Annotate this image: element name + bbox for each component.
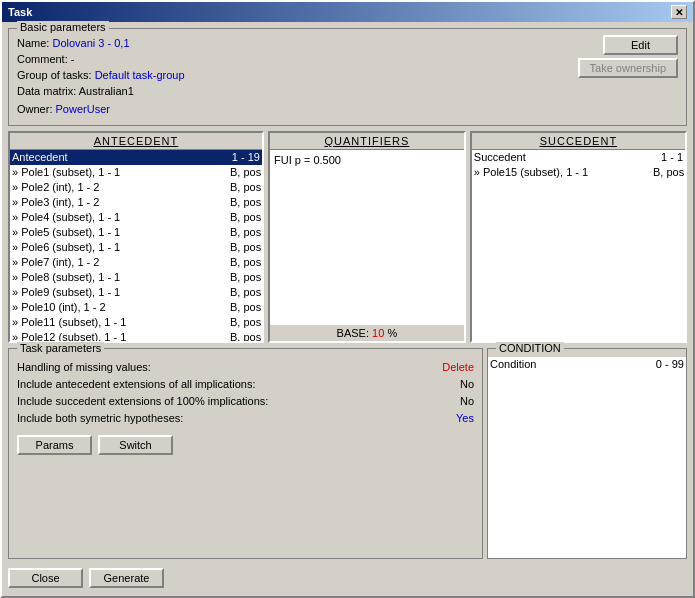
antecedent-label: ANTECEDENT xyxy=(94,135,179,147)
antecedent-list-item[interactable]: Antecedent1 - 19 xyxy=(10,150,262,165)
succedent-list[interactable]: Succedent1 - 1» Pole15 (subset), 1 - 1B,… xyxy=(472,150,685,341)
window-title: Task xyxy=(8,6,32,18)
name-value: Dolovani 3 - 0,1 xyxy=(52,37,129,49)
switch-button[interactable]: Switch xyxy=(98,435,173,455)
generate-button[interactable]: Generate xyxy=(89,568,164,588)
antecedent-list-item[interactable]: » Pole8 (subset), 1 - 1B, pos xyxy=(10,270,262,285)
quantifiers-label: QUANTIFIERS xyxy=(324,135,409,147)
basic-params-left: Name: Dolovani 3 - 0,1 Comment: - Group … xyxy=(17,35,578,117)
matrix-value: Australian1 xyxy=(79,85,134,97)
group-value: Default task-group xyxy=(95,69,185,81)
condition-list[interactable]: Condition0 - 99 xyxy=(488,357,686,559)
quantifiers-footer: BASE: 10 % xyxy=(270,325,464,341)
edit-button[interactable]: Edit xyxy=(603,35,678,55)
comment-label: Comment: xyxy=(17,53,68,65)
quantifiers-header: QUANTIFIERS xyxy=(270,133,464,150)
antecedent-list-item[interactable]: » Pole4 (subset), 1 - 1B, pos xyxy=(10,210,262,225)
antecedent-list-item[interactable]: » Pole10 (int), 1 - 2B, pos xyxy=(10,300,262,315)
antecedent-list-item[interactable]: » Pole11 (subset), 1 - 1B, pos xyxy=(10,315,262,330)
antecedent-ext-label: Include antecedent extensions of all imp… xyxy=(17,376,255,393)
antecedent-list-item[interactable]: » Pole12 (subset), 1 - 1B, pos xyxy=(10,330,262,341)
succedent-list-item[interactable]: Succedent1 - 1 xyxy=(472,150,685,165)
owner-value: PowerUser xyxy=(56,103,110,115)
antecedent-header: ANTECEDENT xyxy=(10,133,262,150)
succedent-ext-label: Include succedent extensions of 100% imp… xyxy=(17,393,268,410)
task-window: Task ✕ Basic parameters Name: Dolovani 3… xyxy=(0,0,695,598)
take-ownership-button[interactable]: Take ownership xyxy=(578,58,678,78)
succedent-list-item[interactable]: » Pole15 (subset), 1 - 1B, pos xyxy=(472,165,685,180)
basic-params-group: Basic parameters Name: Dolovani 3 - 0,1 … xyxy=(8,28,687,126)
footer-buttons: Close Generate xyxy=(8,564,687,590)
antecedent-list-item[interactable]: » Pole5 (subset), 1 - 1B, pos xyxy=(10,225,262,240)
succedent-ext-value: No xyxy=(460,393,474,410)
close-icon[interactable]: ✕ xyxy=(671,5,687,19)
base-label-text: BASE: xyxy=(337,327,369,339)
comment-value: - xyxy=(71,53,75,65)
quantifiers-content: FUI p = 0.500 xyxy=(270,150,464,325)
group-label: Group of tasks: xyxy=(17,69,92,81)
p-label: p = xyxy=(295,154,311,166)
params-button[interactable]: Params xyxy=(17,435,92,455)
succedent-header: SUCCEDENT xyxy=(472,133,685,150)
name-label: Name: xyxy=(17,37,49,49)
antecedent-list-item[interactable]: » Pole2 (int), 1 - 2B, pos xyxy=(10,180,262,195)
task-params-label: Task parameters xyxy=(17,342,104,354)
p-value: 0.500 xyxy=(313,154,341,166)
base-value: 10 xyxy=(372,327,384,339)
antecedent-list-item[interactable]: » Pole7 (int), 1 - 2B, pos xyxy=(10,255,262,270)
matrix-label: Data matrix: xyxy=(17,85,76,97)
base-unit: % xyxy=(387,327,397,339)
symmetric-value: Yes xyxy=(456,410,474,427)
basic-params-label: Basic parameters xyxy=(17,21,109,33)
antecedent-list-item[interactable]: » Pole6 (subset), 1 - 1B, pos xyxy=(10,240,262,255)
task-params-group: Task parameters Handling of missing valu… xyxy=(8,348,483,560)
close-button[interactable]: Close xyxy=(8,568,83,588)
fui-label: FUI xyxy=(274,154,292,166)
missing-label: Handling of missing values: xyxy=(17,359,151,376)
owner-label: Owner: xyxy=(17,103,52,115)
condition-group: CONDITION Condition0 - 99 xyxy=(487,348,687,560)
succedent-panel: SUCCEDENT Succedent1 - 1» Pole15 (subset… xyxy=(470,131,687,343)
condition-list-item[interactable]: Condition0 - 99 xyxy=(488,357,686,372)
succedent-label: SUCCEDENT xyxy=(540,135,617,147)
antecedent-panel: ANTECEDENT Antecedent1 - 19» Pole1 (subs… xyxy=(8,131,264,343)
title-bar: Task ✕ xyxy=(2,2,693,22)
quantifiers-panel: QUANTIFIERS FUI p = 0.500 BASE: 10 % xyxy=(268,131,466,343)
condition-label: CONDITION xyxy=(496,342,564,354)
antecedent-list[interactable]: Antecedent1 - 19» Pole1 (subset), 1 - 1B… xyxy=(10,150,262,341)
antecedent-ext-value: No xyxy=(460,376,474,393)
antecedent-list-item[interactable]: » Pole9 (subset), 1 - 1B, pos xyxy=(10,285,262,300)
missing-value: Delete xyxy=(442,359,474,376)
antecedent-list-item[interactable]: » Pole3 (int), 1 - 2B, pos xyxy=(10,195,262,210)
antecedent-list-item[interactable]: » Pole1 (subset), 1 - 1B, pos xyxy=(10,165,262,180)
basic-params-right: Edit Take ownership xyxy=(578,35,678,78)
symmetric-label: Include both symetric hypotheses: xyxy=(17,410,183,427)
